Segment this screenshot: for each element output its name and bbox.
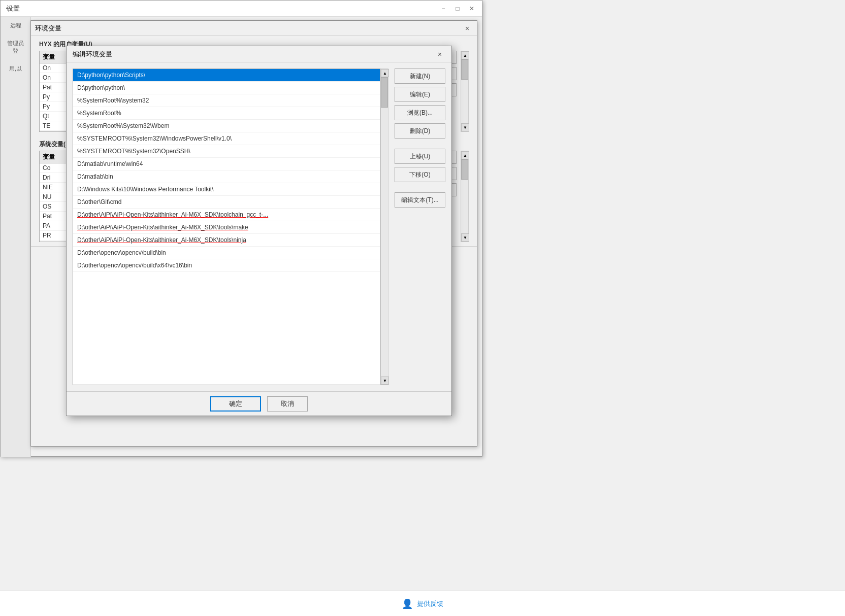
path-scroll-thumb bbox=[381, 77, 388, 108]
path-item-5[interactable]: %SYSTEMROOT%\System32\WindowsPowerShell\… bbox=[73, 132, 380, 145]
path-item-13[interactable]: D:\other\AiPi\AiPi-Open-Kits\aithinker_A… bbox=[73, 234, 380, 247]
edit-env-close-button[interactable]: × bbox=[434, 49, 445, 60]
path-item-1[interactable]: D:\python\python\ bbox=[73, 82, 380, 94]
sys-scroll-up-arrow[interactable]: ▲ bbox=[461, 151, 469, 159]
env-vars-title: 环境变量 bbox=[35, 24, 61, 33]
minimize-button[interactable]: − bbox=[437, 4, 449, 14]
btn-spacer bbox=[395, 142, 445, 146]
path-item-3[interactable]: %SystemRoot% bbox=[73, 107, 380, 120]
path-scroll-track bbox=[381, 77, 388, 377]
browse-path-button[interactable]: 浏览(B)... bbox=[395, 105, 445, 120]
env-vars-close-button[interactable]: × bbox=[462, 23, 473, 34]
edit-env-ok-button[interactable]: 确定 bbox=[210, 396, 261, 412]
path-item-15[interactable]: D:\other\opencv\opencv\build\x64\vc16\bi… bbox=[73, 259, 380, 272]
new-path-button[interactable]: 新建(N) bbox=[395, 69, 445, 84]
path-list-area: D:\python\python\Scripts\ D:\python\pyth… bbox=[73, 69, 388, 385]
path-item-14[interactable]: D:\other\opencv\opencv\build\bin bbox=[73, 247, 380, 259]
edit-env-title: 编辑环境变量 bbox=[73, 50, 112, 59]
close-button[interactable]: ✕ bbox=[466, 4, 478, 14]
delete-path-button[interactable]: 删除(D) bbox=[395, 123, 445, 139]
scroll-thumb bbox=[461, 59, 468, 80]
sidebar-item-usage[interactable]: 用,以 bbox=[1, 60, 30, 78]
path-scroll-down[interactable]: ▼ bbox=[381, 377, 389, 385]
system-vars-scrollbar[interactable]: ▲ ▼ bbox=[461, 151, 469, 242]
scroll-down-arrow[interactable]: ▼ bbox=[461, 123, 469, 131]
path-scroll-up[interactable]: ▲ bbox=[381, 69, 389, 77]
sidebar-item-admin[interactable]: 管理员登 bbox=[1, 35, 30, 60]
settings-sidebar: 远程 管理员登 用,以 bbox=[1, 17, 31, 457]
sys-scroll-track bbox=[461, 159, 468, 233]
path-item-9[interactable]: D:\Windows Kits\10\Windows Performance T… bbox=[73, 183, 380, 196]
scroll-up-arrow[interactable]: ▲ bbox=[461, 51, 469, 59]
path-item-12[interactable]: D:\other\AiPi\AiPi-Open-Kits\aithinker_A… bbox=[73, 221, 380, 234]
feedback-icon: 👤 bbox=[402, 598, 413, 609]
move-up-button[interactable]: 上移(U) bbox=[395, 149, 445, 164]
edit-env-cancel-button[interactable]: 取消 bbox=[267, 396, 308, 412]
btn-spacer-2 bbox=[395, 185, 445, 189]
edit-env-action-buttons: 新建(N) 编辑(E) 浏览(B)... 删除(D) 上移(U) 下移(O) 编… bbox=[395, 69, 445, 385]
path-item-7[interactable]: D:\matlab\runtime\win64 bbox=[73, 158, 380, 170]
move-down-button[interactable]: 下移(O) bbox=[395, 167, 445, 182]
path-list-scrollbar[interactable]: ▲ ▼ bbox=[380, 69, 388, 385]
edit-text-button[interactable]: 编辑文本(T)... bbox=[395, 192, 445, 208]
feedback-bar: 👤 提供反馈 bbox=[0, 591, 845, 616]
path-list: D:\python\python\Scripts\ D:\python\pyth… bbox=[73, 69, 380, 385]
user-vars-scrollbar[interactable]: ▲ ▼ bbox=[461, 51, 469, 132]
path-item-2[interactable]: %SystemRoot%\system32 bbox=[73, 94, 380, 107]
maximize-button[interactable]: □ bbox=[451, 4, 464, 14]
window-controls: − □ ✕ bbox=[437, 4, 478, 14]
path-item-0[interactable]: D:\python\python\Scripts\ bbox=[73, 69, 380, 82]
sidebar-item-remote[interactable]: 远程 bbox=[1, 17, 30, 35]
env-vars-titlebar: 环境变量 × bbox=[31, 21, 477, 36]
path-item-10[interactable]: D:\other\Git\cmd bbox=[73, 196, 380, 209]
path-item-8[interactable]: D:\matlab\bin bbox=[73, 170, 380, 183]
settings-titlebar: ← 设置 − □ ✕ bbox=[1, 1, 482, 17]
feedback-text[interactable]: 提供反馈 bbox=[417, 599, 443, 608]
edit-env-titlebar: 编辑环境变量 × bbox=[67, 46, 451, 62]
path-item-6[interactable]: %SYSTEMROOT%\System32\OpenSSH\ bbox=[73, 145, 380, 158]
edit-path-button[interactable]: 编辑(E) bbox=[395, 87, 445, 102]
edit-env-footer: 确定 取消 bbox=[67, 391, 451, 416]
edit-env-body: D:\python\python\Scripts\ D:\python\pyth… bbox=[67, 62, 451, 391]
sys-scroll-down-arrow[interactable]: ▼ bbox=[461, 233, 469, 242]
path-item-11[interactable]: D:\other\AiPi\AiPi-Open-Kits\aithinker_A… bbox=[73, 209, 380, 221]
path-item-4[interactable]: %SystemRoot%\System32\Wbem bbox=[73, 120, 380, 132]
sys-scroll-thumb bbox=[461, 159, 468, 180]
scroll-track bbox=[461, 59, 468, 123]
back-button[interactable]: ← bbox=[5, 4, 13, 13]
edit-env-dialog: 编辑环境变量 × D:\python\python\Scripts\ D:\py… bbox=[66, 46, 452, 416]
